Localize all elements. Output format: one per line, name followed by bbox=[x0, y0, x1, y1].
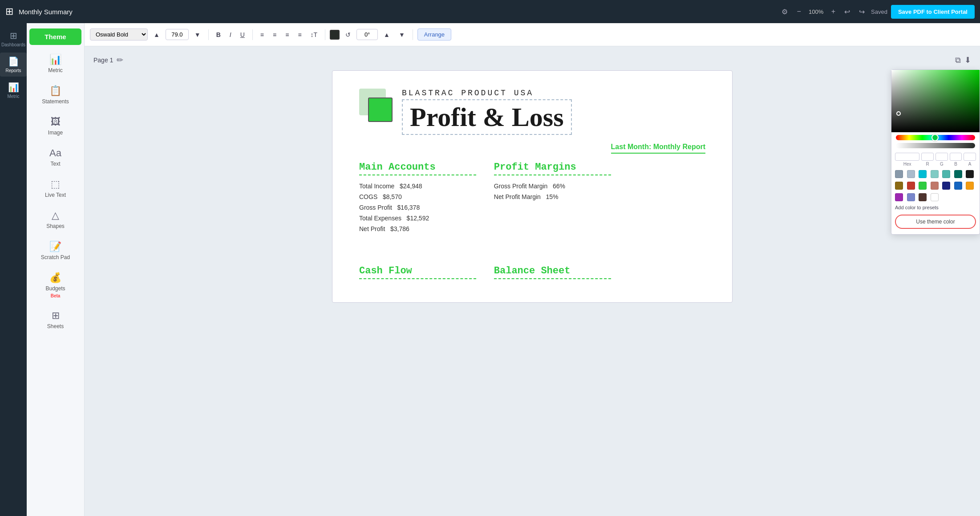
font-family-select[interactable]: Oswald Bold bbox=[90, 28, 148, 41]
content-area: 272B28 Hex 39 R 43 G 40 B bbox=[85, 46, 980, 516]
document-title: Monthly Summary bbox=[19, 8, 773, 16]
preset-swatch[interactable] bbox=[895, 182, 903, 190]
underline-btn[interactable]: U bbox=[237, 29, 248, 40]
opacity-slider[interactable] bbox=[896, 143, 975, 148]
side-panel-shapes[interactable]: △ Shapes bbox=[29, 205, 81, 234]
theme-button[interactable]: Theme bbox=[29, 28, 81, 45]
align-center-btn[interactable]: ≡ bbox=[270, 29, 279, 40]
saved-status: Saved bbox=[871, 8, 887, 15]
bold-btn[interactable]: B bbox=[213, 29, 224, 40]
arrange-button[interactable]: Arrange bbox=[417, 28, 451, 41]
preset-swatch[interactable] bbox=[931, 170, 939, 178]
r-input[interactable]: 39 bbox=[921, 153, 934, 161]
preset-swatch[interactable] bbox=[919, 170, 927, 178]
text-direction-btn[interactable]: ↕T bbox=[308, 29, 321, 40]
hex-label: Hex bbox=[903, 162, 911, 167]
preset-swatch[interactable] bbox=[931, 182, 939, 190]
page-download-btn[interactable]: ⬇ bbox=[964, 55, 971, 65]
b-input[interactable]: 40 bbox=[950, 153, 962, 161]
preset-swatch[interactable] bbox=[907, 193, 915, 201]
italic-btn[interactable]: I bbox=[227, 29, 235, 40]
align-justify-btn[interactable]: ≡ bbox=[295, 29, 304, 40]
content-scroll[interactable]: Page 1 ✏ ⧉ ⬇ bbox=[85, 46, 980, 516]
hue-slider[interactable] bbox=[896, 135, 975, 140]
preset-swatch[interactable] bbox=[931, 193, 939, 201]
main-layout: ⊞ Dashboards 📄 Reports 📊 Metric Theme 📊 … bbox=[0, 23, 980, 516]
preset-swatch[interactable] bbox=[907, 182, 915, 190]
color-gradient-canvas[interactable] bbox=[891, 70, 980, 132]
side-panel-text[interactable]: Aa Text bbox=[29, 143, 81, 171]
text-sp-label: Text bbox=[50, 161, 60, 167]
preset-swatch[interactable] bbox=[919, 182, 927, 190]
hex-input[interactable]: 272B28 bbox=[895, 153, 919, 161]
sidebar-item-reports[interactable]: 📄 Reports bbox=[0, 53, 27, 77]
dashboards-label: Dashboards bbox=[1, 42, 25, 47]
settings-icon[interactable]: ⚙ bbox=[779, 6, 790, 18]
preset-swatch[interactable] bbox=[966, 170, 974, 178]
save-pdf-button[interactable]: Save PDF to Client Portal bbox=[891, 5, 975, 19]
rotate-stepper-up[interactable]: ▲ bbox=[381, 29, 393, 40]
rotate-input[interactable] bbox=[356, 29, 378, 40]
scratch-pad-sp-label: Scratch Pad bbox=[41, 254, 70, 260]
doc-main-title[interactable]: Profit & Loss bbox=[402, 99, 572, 135]
image-sp-icon: 🖼 bbox=[51, 116, 61, 128]
preset-swatch[interactable] bbox=[942, 182, 950, 190]
font-size-stepper-up[interactable]: ▲ bbox=[150, 29, 163, 40]
font-size-input[interactable] bbox=[166, 29, 189, 40]
side-panel-budgets[interactable]: 💰 Budgets Beta bbox=[29, 268, 81, 303]
preset-swatch[interactable] bbox=[966, 182, 974, 190]
g-input-group: 43 G bbox=[935, 153, 948, 167]
add-color-to-presets-btn[interactable]: Add color to presets bbox=[891, 203, 980, 212]
redo-btn[interactable]: ↪ bbox=[856, 6, 867, 18]
undo-btn[interactable]: ↩ bbox=[842, 6, 853, 18]
balance-sheet-section: Balance Sheet bbox=[494, 265, 611, 284]
a-input-group: 100 A bbox=[964, 153, 976, 167]
doc-row: Total Income $24,948 bbox=[359, 181, 476, 191]
sidebar-item-dashboards[interactable]: ⊞ Dashboards bbox=[0, 27, 27, 51]
side-panel-live-text[interactable]: ⬚ Live Text bbox=[29, 174, 81, 203]
doc-row: Gross Profit $16,378 bbox=[359, 202, 476, 213]
a-input[interactable]: 100 bbox=[964, 153, 976, 161]
a-label: A bbox=[968, 162, 972, 167]
preset-swatch[interactable] bbox=[954, 182, 962, 190]
g-input[interactable]: 43 bbox=[935, 153, 948, 161]
sidebar-item-metric[interactable]: 📊 Metric bbox=[0, 78, 27, 102]
preset-swatch[interactable] bbox=[895, 193, 903, 201]
edit-page-btn[interactable]: ✏ bbox=[117, 55, 123, 65]
color-presets-row1 bbox=[891, 168, 980, 180]
main-accounts-title: Main Accounts bbox=[359, 162, 476, 175]
side-panel-scratch-pad[interactable]: 📝 Scratch Pad bbox=[29, 236, 81, 265]
preset-swatch[interactable] bbox=[919, 193, 927, 201]
font-size-stepper-down[interactable]: ▼ bbox=[191, 29, 204, 40]
zoom-out-btn[interactable]: − bbox=[794, 6, 803, 17]
align-left-btn[interactable]: ≡ bbox=[257, 29, 267, 40]
app-logo-icon: ⊞ bbox=[5, 6, 13, 17]
preset-swatch[interactable] bbox=[907, 170, 915, 178]
use-theme-color-button[interactable]: Use theme color bbox=[895, 215, 976, 229]
preset-swatch[interactable] bbox=[954, 170, 962, 178]
side-panel-statements[interactable]: 📋 Statements bbox=[29, 81, 81, 109]
image-sp-label: Image bbox=[48, 130, 63, 136]
text-color-btn[interactable] bbox=[330, 30, 340, 40]
side-panel-metric[interactable]: 📊 Metric bbox=[29, 49, 81, 78]
rotate-stepper-down[interactable]: ▼ bbox=[396, 29, 408, 40]
page-copy-btn[interactable]: ⧉ bbox=[955, 55, 961, 65]
refresh-btn[interactable]: ↺ bbox=[342, 29, 354, 40]
cash-flow-title: Cash Flow bbox=[359, 265, 476, 279]
balance-sheet-title: Balance Sheet bbox=[494, 265, 611, 279]
side-panel-sheets[interactable]: ⊞ Sheets bbox=[29, 305, 81, 334]
preset-swatch[interactable] bbox=[895, 170, 903, 178]
top-bar: ⊞ Monthly Summary ⚙ − 100% + ↩ ↪ Saved S… bbox=[0, 0, 980, 23]
hue-thumb bbox=[931, 134, 939, 141]
reports-icon: 📄 bbox=[8, 56, 19, 67]
b-input-group: 40 B bbox=[950, 153, 962, 167]
side-panel-image[interactable]: 🖼 Image bbox=[29, 112, 81, 140]
page-number-label: Page 1 bbox=[93, 57, 113, 64]
page-actions: ⧉ ⬇ bbox=[955, 55, 971, 65]
preset-swatch[interactable] bbox=[942, 170, 950, 178]
doc-header: BLASTRAC PRODUCT USA Profit & Loss bbox=[359, 89, 705, 135]
zoom-in-btn[interactable]: + bbox=[829, 6, 838, 17]
align-right-btn[interactable]: ≡ bbox=[282, 29, 292, 40]
profit-margins-section: Profit Margins Gross Profit Margin 66% N… bbox=[494, 162, 611, 234]
budgets-sp-label: Budgets bbox=[45, 285, 65, 292]
